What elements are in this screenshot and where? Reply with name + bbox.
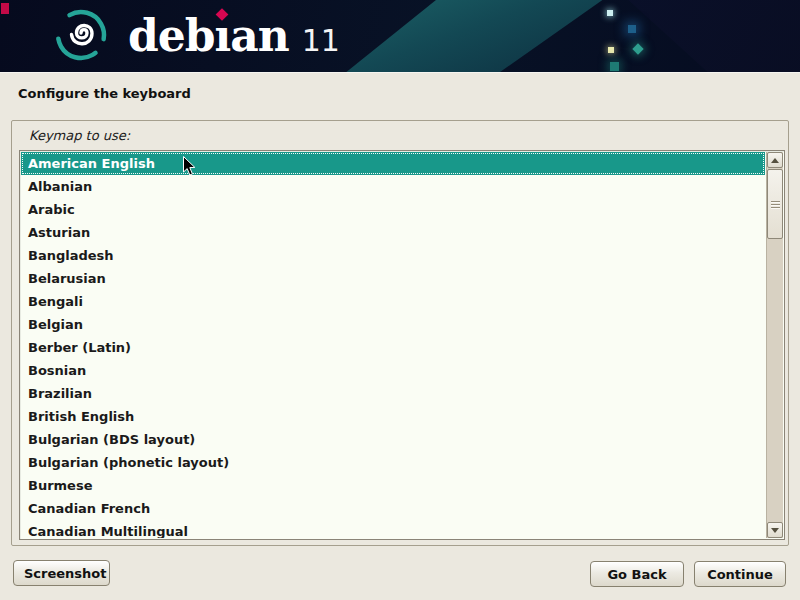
list-item[interactable]: Bulgarian (phonetic layout) (21, 451, 765, 474)
list-item[interactable]: Arabic (21, 198, 765, 221)
list-item[interactable]: Brazilian (21, 382, 765, 405)
thumb-grip (771, 201, 780, 202)
list-item[interactable]: Berber (Latin) (21, 336, 765, 359)
debian-swirl-icon (52, 6, 110, 66)
banner-deco-square (608, 47, 614, 53)
installer-banner: debıan11 (0, 0, 800, 73)
list-item[interactable]: Canadian Multilingual (21, 520, 765, 538)
banner-deco-square (628, 25, 636, 33)
list-item[interactable]: Asturian (21, 221, 765, 244)
scrollbar[interactable] (766, 152, 783, 538)
chevron-up-icon (771, 158, 779, 163)
list-item[interactable]: Albanian (21, 175, 765, 198)
debian-version: 11 (302, 23, 340, 58)
list-item[interactable]: Belarusian (21, 267, 765, 290)
corner-red-mark (1, 3, 9, 14)
continue-button[interactable]: Continue (694, 561, 786, 587)
list-item[interactable]: Canadian French (21, 497, 765, 520)
scroll-down-button[interactable] (767, 522, 783, 538)
page-title: Configure the keyboard (18, 86, 191, 101)
installer-window: debıan11 Configure the keyboard Keymap t… (0, 0, 800, 600)
go-back-button[interactable]: Go Back (590, 561, 684, 587)
scrollbar-thumb[interactable] (767, 169, 783, 239)
banner-deco-square (607, 10, 613, 16)
banner-deco-square (610, 62, 619, 71)
list-item[interactable]: Bangladesh (21, 244, 765, 267)
list-item[interactable]: Burmese (21, 474, 765, 497)
keymap-list[interactable]: American EnglishAlbanianArabicAsturianBa… (19, 150, 785, 540)
thumb-grip (771, 207, 780, 208)
chevron-down-icon (771, 528, 779, 533)
debian-wordmark: debıan11 (128, 11, 340, 61)
list-item[interactable]: British English (21, 405, 765, 428)
brand-word: debıan (128, 10, 289, 61)
keymap-label: Keymap to use: (29, 128, 130, 143)
list-item[interactable]: Belgian (21, 313, 765, 336)
list-item[interactable]: Bosnian (21, 359, 765, 382)
list-item[interactable]: American English (21, 152, 765, 175)
scroll-up-button[interactable] (767, 152, 783, 168)
banner-deco-diamond (632, 43, 643, 54)
list-item[interactable]: Bengali (21, 290, 765, 313)
thumb-grip (771, 204, 780, 205)
screenshot-button[interactable]: Screenshot (13, 560, 110, 586)
keymap-list-rows: American EnglishAlbanianArabicAsturianBa… (21, 152, 765, 538)
list-item[interactable]: Bulgarian (BDS layout) (21, 428, 765, 451)
